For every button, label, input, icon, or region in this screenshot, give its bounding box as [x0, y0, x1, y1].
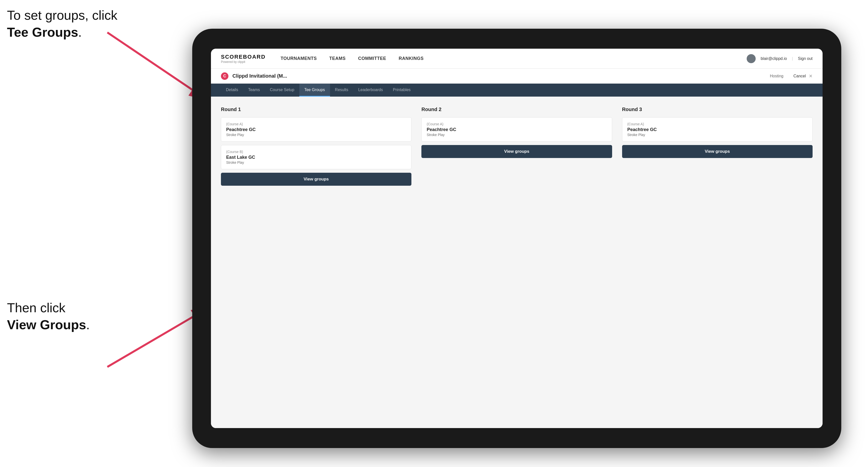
- round-1-course-b-card: (Course B) East Lake GC Stroke Play: [221, 145, 411, 169]
- round-3-view-groups-button[interactable]: View groups: [622, 145, 813, 158]
- round-2-course-a-name: Peachtree GC: [427, 127, 607, 132]
- user-avatar: [747, 54, 756, 63]
- round-1-course-a-name: Peachtree GC: [226, 127, 406, 132]
- round-1-view-groups-button[interactable]: View groups: [221, 173, 411, 186]
- logo-scoreboard: SCOREBOARD: [221, 54, 266, 60]
- round-2-course-a-card: (Course A) Peachtree GC Stroke Play: [422, 117, 612, 142]
- main-content: Round 1 (Course A) Peachtree GC Stroke P…: [211, 97, 823, 428]
- instruction-top-suffix: .: [78, 25, 82, 39]
- tablet-screen: SCOREBOARD Powered by clippit TOURNAMENT…: [211, 49, 823, 428]
- round-1-title: Round 1: [221, 106, 411, 112]
- nav-tournaments[interactable]: TOURNAMENTS: [281, 55, 317, 62]
- top-navigation: SCOREBOARD Powered by clippit TOURNAMENT…: [211, 49, 823, 69]
- tablet-device: SCOREBOARD Powered by clippit TOURNAMENT…: [192, 29, 841, 448]
- round-1-course-a-type: Stroke Play: [226, 133, 406, 137]
- tab-printables[interactable]: Printables: [388, 84, 416, 97]
- tab-leaderboards[interactable]: Leaderboards: [353, 84, 388, 97]
- round-1-course-a-label: (Course A): [226, 122, 406, 126]
- cancel-button[interactable]: Cancel: [793, 74, 806, 79]
- round-3-course-a-name: Peachtree GC: [627, 127, 807, 132]
- tab-results[interactable]: Results: [330, 84, 353, 97]
- round-3-column: Round 3 (Course A) Peachtree GC Stroke P…: [622, 106, 813, 186]
- round-2-column: Round 2 (Course A) Peachtree GC Stroke P…: [422, 106, 612, 186]
- tab-course-setup[interactable]: Course Setup: [265, 84, 299, 97]
- round-3-course-a-type: Stroke Play: [627, 133, 807, 137]
- hosting-badge: Hosting: [770, 74, 783, 79]
- round-1-course-b-type: Stroke Play: [226, 160, 406, 164]
- logo-area: SCOREBOARD Powered by clippit: [221, 54, 266, 64]
- nav-right: blair@clippd.io | Sign out: [747, 54, 813, 63]
- tournament-logo-icon: C: [221, 72, 228, 80]
- round-3-course-a-label: (Course A): [627, 122, 807, 126]
- rounds-container: Round 1 (Course A) Peachtree GC Stroke P…: [221, 106, 813, 186]
- instruction-top-bold: Tee Groups: [7, 25, 78, 39]
- round-1-column: Round 1 (Course A) Peachtree GC Stroke P…: [221, 106, 411, 186]
- round-3-course-a-card: (Course A) Peachtree GC Stroke Play: [622, 117, 813, 142]
- round-3-title: Round 3: [622, 106, 813, 112]
- round-1-course-b-label: (Course B): [226, 150, 406, 154]
- sign-out-link[interactable]: Sign out: [798, 56, 813, 61]
- logo-sub: Powered by clippit: [221, 60, 266, 64]
- nav-committee[interactable]: COMMITTEE: [358, 55, 386, 62]
- nav-links: TOURNAMENTS TEAMS COMMITTEE RANKINGS: [281, 55, 747, 62]
- tab-navigation: Details Teams Course Setup Tee Groups Re…: [211, 84, 823, 97]
- round-2-view-groups-button[interactable]: View groups: [422, 145, 612, 158]
- tournament-header: C Clippd Invitational (M... Hosting Canc…: [211, 69, 823, 84]
- nav-rankings[interactable]: RANKINGS: [399, 55, 424, 62]
- round-2-course-a-type: Stroke Play: [427, 133, 607, 137]
- tab-teams[interactable]: Teams: [243, 84, 265, 97]
- round-2-title: Round 2: [422, 106, 612, 112]
- nav-teams[interactable]: TEAMS: [329, 55, 346, 62]
- round-1-course-a-card: (Course A) Peachtree GC Stroke Play: [221, 117, 411, 142]
- instruction-bottom: Then click View Groups.: [7, 300, 90, 333]
- tournament-name: Clippd Invitational (M...: [232, 73, 770, 79]
- round-1-course-b-name: East Lake GC: [226, 155, 406, 160]
- instruction-top-line1: To set groups, click: [7, 8, 117, 23]
- instruction-bottom-line1: Then click: [7, 301, 65, 315]
- close-icon[interactable]: ✕: [809, 73, 813, 79]
- instruction-bottom-bold: View Groups: [7, 317, 86, 332]
- round-2-course-a-label: (Course A): [427, 122, 607, 126]
- tab-details[interactable]: Details: [221, 84, 243, 97]
- user-email: blair@clippd.io: [761, 56, 787, 61]
- tab-tee-groups[interactable]: Tee Groups: [299, 84, 330, 97]
